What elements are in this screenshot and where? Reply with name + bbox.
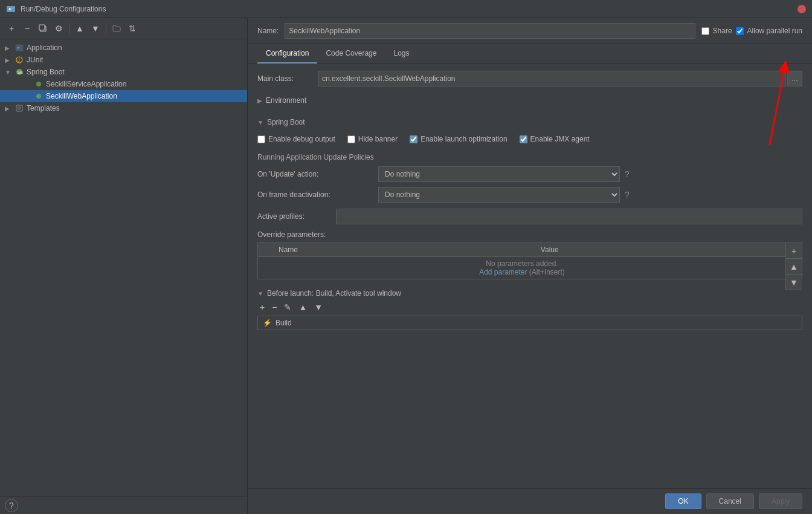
app-icon — [6, 4, 16, 14]
tree-item-application[interactable]: ▶ Application — [0, 42, 247, 54]
bl-add-button[interactable]: + — [257, 301, 267, 313]
update-policies: Running Application Update Policies On '… — [257, 153, 802, 203]
tree-label-templates: Templates — [27, 104, 60, 112]
debug-output-label[interactable]: Enable debug output — [268, 135, 335, 143]
on-update-help-icon[interactable]: ? — [625, 169, 630, 179]
jmx-checkbox[interactable] — [520, 135, 527, 143]
table-up-button[interactable]: ▲ — [786, 259, 802, 275]
name-input[interactable] — [285, 23, 695, 39]
seckill-web-icon — [34, 91, 44, 101]
table-add-button[interactable]: + — [786, 243, 802, 259]
svg-point-10 — [36, 82, 41, 86]
spring-boot-section-header[interactable]: ▼ Spring Boot — [257, 114, 802, 130]
copy-config-button[interactable] — [36, 22, 50, 35]
remove-config-button[interactable]: − — [21, 22, 34, 35]
add-config-button[interactable]: + — [5, 22, 18, 35]
main-class-browse-button[interactable]: … — [787, 71, 802, 86]
right-panel: Name: Share Allow parallel run Configura… — [248, 18, 812, 514]
help-button[interactable]: ? — [5, 499, 18, 512]
bl-edit-button[interactable]: ✎ — [282, 301, 294, 313]
no-params-row: No parameters added. Add parameter (Alt+… — [258, 257, 802, 279]
bl-up-button[interactable]: ▲ — [296, 301, 309, 313]
config-content: Main class: … ▶ Environment ▼ Spring Boo… — [248, 63, 812, 488]
launch-opt-label[interactable]: Enable launch optimization — [420, 135, 507, 143]
left-toolbar: + − ⚙ ▲ ▼ ⇅ — [0, 18, 247, 39]
on-frame-help-icon[interactable]: ? — [625, 190, 630, 200]
before-launch-arrow: ▼ — [257, 290, 263, 297]
ok-button[interactable]: OK — [665, 493, 701, 509]
col-name: Name — [274, 243, 536, 257]
debug-output-row: Enable debug output — [257, 135, 335, 143]
sort-button[interactable]: ⇅ — [126, 22, 139, 35]
hide-banner-row: Hide banner — [347, 135, 398, 143]
tree-item-junit[interactable]: ▶ J JUnit — [0, 54, 247, 66]
hide-banner-label[interactable]: Hide banner — [358, 135, 398, 143]
share-checkbox[interactable] — [701, 27, 709, 35]
tab-logs[interactable]: Logs — [385, 44, 417, 63]
svg-point-11 — [36, 94, 41, 99]
tab-code-coverage[interactable]: Code Coverage — [317, 44, 385, 63]
config-tree: ▶ Application ▶ J JUnit — [0, 39, 247, 496]
launch-opt-row: Enable launch optimization — [410, 135, 507, 143]
folder-button[interactable] — [110, 22, 123, 35]
svg-text:J: J — [18, 57, 20, 63]
tree-label-spring-boot: Spring Boot — [27, 68, 65, 76]
main-class-input[interactable] — [318, 71, 786, 86]
bl-down-button[interactable]: ▼ — [312, 301, 325, 313]
environment-header[interactable]: ▶ Environment — [257, 93, 802, 108]
add-param-row: Add parameter (Alt+Insert) — [263, 268, 781, 276]
before-launch-header[interactable]: ▼ Before launch: Build, Activate tool wi… — [257, 285, 802, 301]
main-class-label: Main class: — [257, 74, 318, 83]
up-button[interactable]: ▲ — [73, 22, 86, 35]
tree-arrow-application: ▶ — [5, 45, 14, 51]
settings-button[interactable]: ⚙ — [52, 22, 65, 35]
on-update-select[interactable]: Do nothing Update classes and resources … — [378, 166, 620, 182]
before-launch-toolbar: + − ✎ ▲ ▼ — [257, 301, 802, 313]
environment-arrow: ▶ — [257, 97, 262, 104]
tree-label-junit: JUnit — [27, 56, 43, 64]
active-profiles-input[interactable] — [336, 209, 802, 224]
bl-item-build-label: Build — [276, 319, 292, 327]
apply-button[interactable]: Apply — [759, 493, 802, 509]
col-value: Value — [536, 243, 786, 257]
launch-opt-checkbox[interactable] — [410, 135, 417, 143]
on-frame-select[interactable]: Do nothing Update classes and resources … — [378, 187, 620, 203]
cancel-button[interactable]: Cancel — [706, 493, 754, 509]
active-profiles-row: Active profiles: — [257, 209, 802, 224]
bl-remove-button[interactable]: − — [269, 301, 279, 313]
share-label[interactable]: Share — [713, 27, 732, 35]
build-icon: ⚡ — [263, 319, 272, 327]
spring-boot-section: ▼ Spring Boot Enable debug output Hide b… — [257, 114, 802, 203]
before-launch-list: ⚡ Build — [257, 316, 802, 330]
update-policies-title: Running Application Update Policies — [257, 153, 802, 161]
add-param-link[interactable]: Add parameter — [479, 268, 527, 276]
application-icon — [14, 43, 24, 53]
junit-icon: J — [14, 55, 24, 65]
no-params-text: No parameters added. — [263, 259, 781, 268]
tab-configuration[interactable]: Configuration — [257, 44, 317, 63]
left-bottom-bar: ? — [0, 496, 247, 514]
left-panel: + − ⚙ ▲ ▼ ⇅ ▶ — [0, 18, 248, 514]
jmx-label[interactable]: Enable JMX agent — [530, 135, 590, 143]
parallel-checkbox[interactable] — [736, 27, 744, 35]
spring-boot-icon: SB — [14, 67, 24, 77]
svg-rect-3 — [39, 25, 45, 30]
down-button[interactable]: ▼ — [89, 22, 102, 35]
share-area: Share Allow parallel run — [701, 27, 802, 35]
debug-output-checkbox[interactable] — [257, 135, 265, 143]
tree-item-seckill-web[interactable]: SeckillWebApplication — [0, 90, 247, 102]
bl-item-build[interactable]: ⚡ Build — [258, 316, 802, 330]
table-down-button[interactable]: ▼ — [786, 275, 802, 290]
dialog-footer: OK Cancel Apply — [248, 488, 812, 514]
close-button[interactable] — [798, 5, 806, 13]
separator-1 — [69, 23, 69, 34]
on-frame-label: On frame deactivation: — [257, 190, 378, 199]
parallel-label[interactable]: Allow parallel run — [747, 27, 802, 35]
tree-item-seckill-service[interactable]: SeckillServiceApplication — [0, 78, 247, 90]
hide-banner-checkbox[interactable] — [347, 135, 355, 143]
tree-item-templates[interactable]: ▶ Templates — [0, 102, 247, 114]
seckill-service-icon — [34, 79, 44, 89]
spring-boot-section-label: Spring Boot — [267, 118, 305, 126]
tree-item-spring-boot[interactable]: ▼ SB Spring Boot — [0, 66, 247, 78]
tree-label-seckill-service: SeckillServiceApplication — [46, 80, 126, 88]
